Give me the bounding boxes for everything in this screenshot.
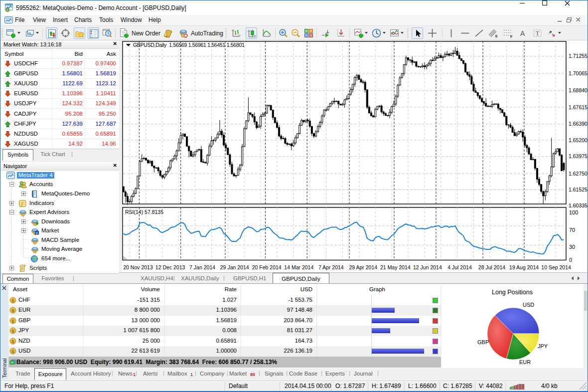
svg-text:28 Jul 2014: 28 Jul 2014 — [478, 264, 505, 270]
svg-text:20 Feb 2014: 20 Feb 2014 — [252, 264, 282, 270]
svg-text:12 Jun 2014: 12 Jun 2014 — [413, 264, 442, 270]
svg-text:21 May 2014: 21 May 2014 — [380, 264, 411, 270]
svg-text:7 Jan 2014: 7 Jan 2014 — [189, 264, 215, 270]
svg-text:JPY: JPY — [538, 343, 548, 349]
svg-text:70: 70 — [569, 227, 575, 233]
svg-text:GBP: GBP — [477, 339, 489, 345]
svg-text:1.66390: 1.66390 — [569, 121, 588, 127]
svg-text:1.70065: 1.70065 — [569, 70, 588, 76]
svg-text:EUR: EUR — [519, 359, 531, 365]
svg-text:1.61525: 1.61525 — [569, 187, 588, 193]
svg-text:0: 0 — [569, 257, 572, 263]
svg-text:12 Dec 2013: 12 Dec 2013 — [155, 264, 185, 270]
svg-text:RSI(14) 57.8135: RSI(14) 57.8135 — [125, 209, 163, 215]
svg-text:7 Apr 2014: 7 Apr 2014 — [318, 264, 344, 270]
svg-text:1.71255: 1.71255 — [569, 53, 588, 59]
svg-text:4 Jul 2014: 4 Jul 2014 — [447, 264, 472, 270]
svg-text:20 Nov 2013: 20 Nov 2013 — [123, 264, 153, 270]
svg-text:10 Sep 2014: 10 Sep 2014 — [541, 264, 571, 270]
svg-text:1.63975: 1.63975 — [569, 153, 588, 159]
svg-text:29 Apr 2014: 29 Apr 2014 — [349, 264, 377, 270]
svg-text:1.68840: 1.68840 — [569, 87, 588, 93]
svg-text:14 Mar 2014: 14 Mar 2014 — [284, 264, 313, 270]
svg-text:29 Jan 2014: 29 Jan 2014 — [220, 264, 249, 270]
svg-text:30: 30 — [569, 244, 575, 250]
svg-text:1.62750: 1.62750 — [569, 171, 588, 177]
svg-text:1.65200: 1.65200 — [569, 137, 588, 143]
svg-text:1.60335: 1.60335 — [569, 202, 588, 208]
svg-text:USD: USD — [523, 302, 534, 308]
svg-text:100: 100 — [569, 209, 578, 215]
svg-text:GBPUSD,Daily 1.56569 1.56961: GBPUSD,Daily 1.56569 1.56961 1.56451 1.5… — [133, 42, 245, 48]
svg-text:1.67615: 1.67615 — [569, 104, 588, 110]
svg-text:19 Aug 2014: 19 Aug 2014 — [509, 264, 539, 270]
